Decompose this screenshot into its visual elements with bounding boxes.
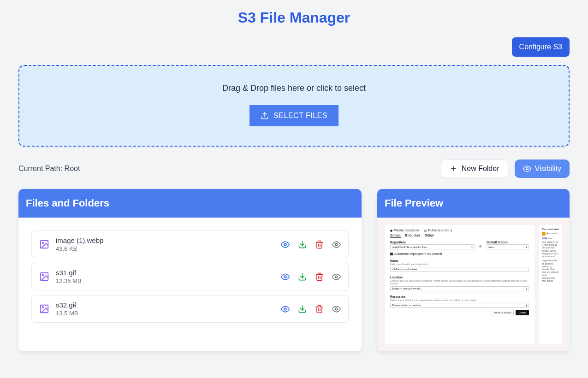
svg-point-10: [335, 243, 338, 246]
path-row: Current Path: Root New Folder Visibility: [18, 159, 570, 178]
image-icon: [39, 304, 49, 314]
content-row: Files and Folders image (1).webp 43.6 KB: [18, 189, 570, 351]
file-info: s32.gif 13.5 MB: [56, 301, 281, 317]
file-actions: [281, 240, 341, 249]
image-icon: [39, 272, 49, 282]
dropzone-text: Drag & Drop files here or click to selec…: [29, 83, 559, 93]
file-info: image (1).webp 43.6 KB: [56, 236, 281, 252]
eye-icon: [523, 165, 531, 173]
upload-icon: [261, 112, 269, 120]
svg-point-6: [284, 243, 286, 246]
dropzone[interactable]: Drag & Drop files here or click to selec…: [18, 65, 570, 147]
visibility-toggle-icon[interactable]: [332, 240, 341, 249]
new-folder-label: New Folder: [462, 165, 499, 173]
new-folder-button[interactable]: New Folder: [441, 159, 508, 178]
file-name: s31.gif: [56, 269, 281, 277]
file-size: 13.5 MB: [56, 310, 281, 317]
preview-icon[interactable]: [281, 240, 290, 249]
files-list: image (1).webp 43.6 KB s31.gif 12.35 M: [18, 218, 362, 340]
file-name: image (1).webp: [56, 236, 281, 244]
visibility-label: Visibility: [535, 165, 562, 173]
delete-icon[interactable]: [315, 240, 324, 249]
svg-point-3: [526, 168, 528, 170]
preview-icon[interactable]: [281, 272, 290, 281]
file-size: 12.35 MB: [56, 278, 281, 284]
svg-point-12: [42, 274, 43, 276]
visibility-toggle-icon[interactable]: [332, 305, 341, 313]
preview-form: Private repository Public repository Git…: [385, 225, 535, 344]
file-row[interactable]: image (1).webp 43.6 KB: [31, 230, 349, 258]
current-path: Current Path: Root: [18, 165, 80, 173]
svg-point-24: [335, 308, 338, 310]
svg-point-19: [42, 307, 43, 308]
svg-point-17: [335, 276, 338, 278]
configure-s3-label: Configure S3: [519, 43, 562, 51]
delete-icon[interactable]: [315, 305, 324, 313]
file-info: s31.gif 12.35 MB: [56, 269, 281, 284]
plus-icon: [450, 165, 457, 172]
file-actions: [281, 272, 341, 281]
path-actions: New Folder Visibility: [441, 159, 570, 178]
preview-panel: File Preview Private repository Public r…: [377, 189, 570, 351]
svg-point-13: [284, 276, 286, 278]
visibility-button[interactable]: Visibility: [515, 159, 570, 178]
files-panel-title: Files and Folders: [18, 189, 362, 218]
file-size: 43.6 KB: [56, 245, 281, 252]
file-name: s32.gif: [56, 301, 281, 309]
visibility-toggle-icon[interactable]: [332, 272, 341, 281]
file-row[interactable]: s32.gif 13.5 MB: [31, 295, 349, 323]
select-files-button[interactable]: SELECT FILES: [249, 105, 339, 126]
top-actions: Configure S3: [18, 37, 570, 57]
download-icon[interactable]: [298, 305, 307, 313]
preview-side: Payment met Account b VISA Visa Your bil…: [539, 225, 562, 344]
download-icon[interactable]: [298, 240, 307, 249]
svg-point-5: [42, 242, 43, 243]
page-title: S3 File Manager: [18, 9, 570, 26]
preview-panel-title: File Preview: [377, 189, 570, 218]
select-files-label: SELECT FILES: [273, 112, 327, 120]
preview-icon[interactable]: [281, 305, 290, 313]
svg-point-20: [284, 308, 286, 310]
file-actions: [281, 305, 341, 313]
configure-s3-button[interactable]: Configure S3: [512, 37, 570, 57]
preview-image: Private repository Public repository Git…: [377, 218, 570, 351]
file-row[interactable]: s31.gif 12.35 MB: [31, 263, 349, 290]
image-icon: [39, 239, 49, 249]
files-panel: Files and Folders image (1).webp 43.6 KB: [18, 189, 362, 351]
delete-icon[interactable]: [315, 272, 324, 281]
download-icon[interactable]: [298, 272, 307, 281]
